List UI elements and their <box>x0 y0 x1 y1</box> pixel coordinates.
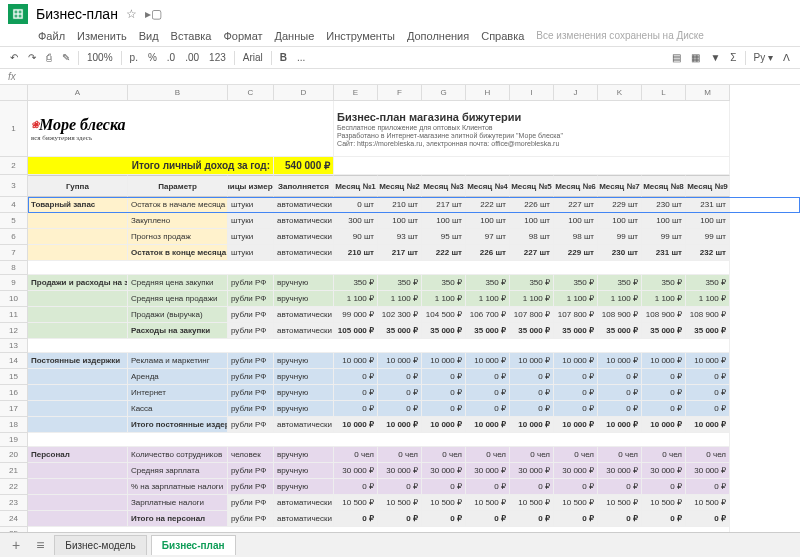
value-cell[interactable]: 30 000 ₽ <box>554 463 598 479</box>
unit-cell[interactable]: рубли РФ <box>228 417 274 433</box>
param-cell[interactable]: % на зарплатные налоги <box>128 479 228 495</box>
value-cell[interactable]: 0 ₽ <box>554 369 598 385</box>
value-cell[interactable]: 10 000 ₽ <box>510 353 554 369</box>
row-header[interactable]: 19 <box>0 433 28 447</box>
unit-cell[interactable]: штуки <box>228 213 274 229</box>
value-cell[interactable]: 0 ₽ <box>466 511 510 527</box>
value-cell[interactable]: 100 шт <box>642 213 686 229</box>
value-cell[interactable]: 0 ₽ <box>510 479 554 495</box>
value-cell[interactable]: 0 ₽ <box>686 401 730 417</box>
param-cell[interactable]: Количество сотрудников <box>128 447 228 463</box>
column-header[interactable]: C <box>228 85 274 101</box>
value-cell[interactable]: 1 100 ₽ <box>334 291 378 307</box>
value-cell[interactable]: 0 ₽ <box>466 369 510 385</box>
value-cell[interactable]: 217 шт <box>422 197 466 213</box>
group-cell[interactable] <box>28 463 128 479</box>
value-cell[interactable]: 108 900 ₽ <box>598 307 642 323</box>
value-cell[interactable]: 100 шт <box>598 213 642 229</box>
row-header[interactable]: 12 <box>0 323 28 339</box>
column-header[interactable]: B <box>128 85 228 101</box>
value-cell[interactable]: 0 ₽ <box>598 511 642 527</box>
menu-file[interactable]: Файл <box>38 30 65 42</box>
value-cell[interactable]: 10 000 ₽ <box>466 353 510 369</box>
value-cell[interactable]: 99 шт <box>642 229 686 245</box>
paint-format-icon[interactable]: ✎ <box>60 50 72 65</box>
fill-cell[interactable]: автоматически <box>274 495 334 511</box>
row-header[interactable]: 21 <box>0 463 28 479</box>
undo-icon[interactable]: ↶ <box>8 50 20 65</box>
value-cell[interactable]: 10 000 ₽ <box>554 353 598 369</box>
value-cell[interactable]: 350 ₽ <box>378 275 422 291</box>
param-cell[interactable]: Прогноз продаж <box>128 229 228 245</box>
value-cell[interactable]: 0 ₽ <box>642 401 686 417</box>
value-cell[interactable]: 0 ₽ <box>378 401 422 417</box>
value-cell[interactable]: 0 ₽ <box>510 511 554 527</box>
value-cell[interactable]: 35 000 ₽ <box>554 323 598 339</box>
param-cell[interactable]: Аренда <box>128 369 228 385</box>
value-cell[interactable]: 100 шт <box>686 213 730 229</box>
fill-cell[interactable]: вручную <box>274 275 334 291</box>
value-cell[interactable]: 350 ₽ <box>642 275 686 291</box>
value-cell[interactable]: 10 500 ₽ <box>334 495 378 511</box>
fill-cell[interactable]: вручную <box>274 447 334 463</box>
value-cell[interactable]: 105 000 ₽ <box>334 323 378 339</box>
group-cell[interactable] <box>28 511 128 527</box>
row-header[interactable]: 15 <box>0 369 28 385</box>
value-cell[interactable]: 0 чел <box>686 447 730 463</box>
value-cell[interactable]: 0 ₽ <box>642 511 686 527</box>
value-cell[interactable]: 10 500 ₽ <box>686 495 730 511</box>
row-header[interactable]: 1 <box>0 101 28 157</box>
value-cell[interactable]: 0 ₽ <box>642 369 686 385</box>
column-header[interactable]: E <box>334 85 378 101</box>
value-cell[interactable]: 107 800 ₽ <box>510 307 554 323</box>
value-cell[interactable]: 1 100 ₽ <box>598 291 642 307</box>
row-header[interactable]: 7 <box>0 245 28 261</box>
value-cell[interactable]: 229 шт <box>554 245 598 261</box>
value-cell[interactable]: 10 000 ₽ <box>686 417 730 433</box>
unit-cell[interactable]: штуки <box>228 229 274 245</box>
decrease-decimal-button[interactable]: .0 <box>165 50 177 65</box>
unit-cell[interactable]: штуки <box>228 245 274 261</box>
unit-cell[interactable]: рубли РФ <box>228 401 274 417</box>
cyrillic-input-icon[interactable]: Ру ▾ <box>752 50 775 65</box>
font-select[interactable]: Arial <box>241 50 265 65</box>
fill-cell[interactable]: автоматически <box>274 213 334 229</box>
value-cell[interactable]: 10 000 ₽ <box>598 353 642 369</box>
functions-icon[interactable]: Σ <box>728 50 738 65</box>
value-cell[interactable]: 10 500 ₽ <box>466 495 510 511</box>
value-cell[interactable]: 0 ₽ <box>554 385 598 401</box>
row-header[interactable]: 16 <box>0 385 28 401</box>
value-cell[interactable]: 230 шт <box>642 197 686 213</box>
unit-cell[interactable]: рубли РФ <box>228 323 274 339</box>
menu-addons[interactable]: Дополнения <box>407 30 469 42</box>
row-header[interactable]: 5 <box>0 213 28 229</box>
value-cell[interactable]: 0 ₽ <box>378 511 422 527</box>
value-cell[interactable]: 0 ₽ <box>334 511 378 527</box>
value-cell[interactable]: 93 шт <box>378 229 422 245</box>
value-cell[interactable]: 10 000 ₽ <box>378 353 422 369</box>
row-header[interactable]: 14 <box>0 353 28 369</box>
more-formats-button[interactable]: 123 <box>207 50 228 65</box>
value-cell[interactable]: 0 чел <box>466 447 510 463</box>
value-cell[interactable]: 35 000 ₽ <box>598 323 642 339</box>
value-cell[interactable]: 108 900 ₽ <box>642 307 686 323</box>
value-cell[interactable]: 35 000 ₽ <box>510 323 554 339</box>
value-cell[interactable]: 30 000 ₽ <box>378 463 422 479</box>
fill-cell[interactable]: вручную <box>274 353 334 369</box>
column-header[interactable]: J <box>554 85 598 101</box>
param-cell[interactable]: Зарплатные налоги <box>128 495 228 511</box>
row-header[interactable]: 11 <box>0 307 28 323</box>
value-cell[interactable]: 227 шт <box>554 197 598 213</box>
column-header[interactable]: D <box>274 85 334 101</box>
more-toolbar-icon[interactable]: ... <box>295 50 307 65</box>
unit-cell[interactable]: рубли РФ <box>228 369 274 385</box>
value-cell[interactable]: 108 900 ₽ <box>686 307 730 323</box>
value-cell[interactable]: 350 ₽ <box>334 275 378 291</box>
param-cell[interactable]: Реклама и маркетинг <box>128 353 228 369</box>
zoom-select[interactable]: 100% <box>85 50 115 65</box>
value-cell[interactable]: 100 шт <box>510 213 554 229</box>
row-header[interactable]: 18 <box>0 417 28 433</box>
param-cell[interactable]: Продажи (выручка) <box>128 307 228 323</box>
sheet-tab-model[interactable]: Бизнес-модель <box>54 535 146 555</box>
print-icon[interactable]: ⎙ <box>44 50 54 65</box>
